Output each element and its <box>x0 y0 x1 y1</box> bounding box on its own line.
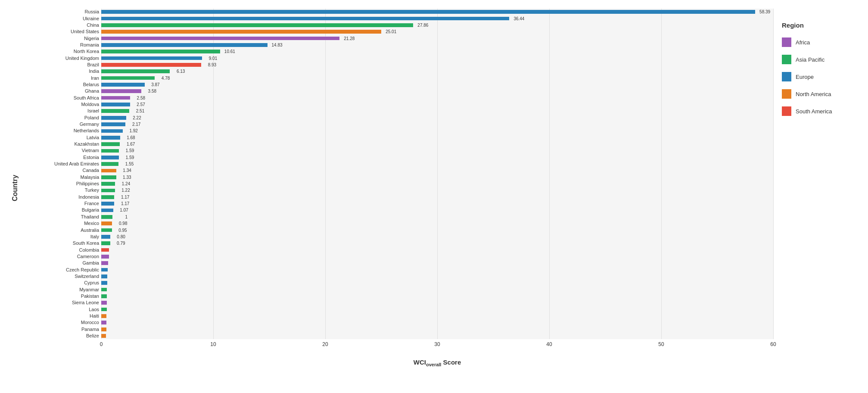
bar: 1.17 <box>101 195 114 199</box>
bar-value: 36.44 <box>513 16 524 21</box>
country-label: France <box>22 200 99 207</box>
country-label: Turkey <box>22 187 99 193</box>
bar <box>101 301 107 305</box>
bar-row: 0.95 <box>101 227 773 233</box>
country-label: Estonia <box>22 154 99 161</box>
bar-row: 1.59 <box>101 154 773 161</box>
x-tick-label: 20 <box>322 341 328 347</box>
bar-row: 0.98 <box>101 220 773 227</box>
bar-row: 2.51 <box>101 108 773 114</box>
bar-value: 0.80 <box>117 234 125 239</box>
bar: 2.22 <box>101 116 126 120</box>
bar-row: 8.93 <box>101 62 773 68</box>
country-label: Laos <box>22 306 99 312</box>
bar-value: 2.57 <box>137 102 145 107</box>
bar-value: 2.17 <box>132 122 140 127</box>
x-axis-labels: 0102030405060 <box>101 339 773 356</box>
bar-value: 9.01 <box>209 56 217 61</box>
bar-row: 2.22 <box>101 115 773 121</box>
bar-value: 14.83 <box>272 43 283 47</box>
country-label: Mexico <box>22 220 99 227</box>
bar-row <box>101 326 773 333</box>
bar-value: 1.34 <box>123 168 131 173</box>
bar-value: 1.68 <box>127 135 135 140</box>
bar-row <box>101 280 773 286</box>
bar-row: 3.87 <box>101 81 773 88</box>
country-label: Cyprus <box>22 280 99 286</box>
bar-row <box>101 246 773 253</box>
bar-row: 3.58 <box>101 88 773 94</box>
bar: 1.59 <box>101 156 119 159</box>
country-label: Romania <box>22 42 99 48</box>
legend-item: Asia Pacific <box>782 55 851 64</box>
bar-row: 6.13 <box>101 68 773 75</box>
bar-row <box>101 253 773 260</box>
bar-value: 3.58 <box>148 89 156 94</box>
country-label: Czech Republic <box>22 266 99 273</box>
country-label: Iran <box>22 75 99 81</box>
bar-row: 1.17 <box>101 200 773 207</box>
bar <box>101 288 107 292</box>
legend-item: South America <box>782 106 851 116</box>
country-label: Australia <box>22 227 99 233</box>
country-label: Bulgaria <box>22 207 99 213</box>
country-label: Pakistan <box>22 293 99 299</box>
bar <box>101 294 107 298</box>
bar: 0.95 <box>101 228 112 232</box>
x-tick-label: 60 <box>770 341 776 347</box>
bar: 0.98 <box>101 221 112 225</box>
bar: 0.79 <box>101 241 110 245</box>
bar-value: 0.98 <box>119 221 127 226</box>
bar: 1.33 <box>101 175 116 179</box>
bar-row: 10.61 <box>101 48 773 55</box>
bar-value: 1.22 <box>121 188 130 193</box>
country-label: United Kingdom <box>22 55 99 61</box>
bar-value: 21.28 <box>344 36 355 41</box>
bars-wrapper: 58.3936.4427.8625.0121.2814.8310.619.018… <box>101 9 773 339</box>
bar-row: 4.78 <box>101 75 773 81</box>
bar: 2.17 <box>101 122 125 126</box>
legend-color-box <box>782 89 791 99</box>
country-label: Vietnam <box>22 147 99 154</box>
bar-row <box>101 313 773 319</box>
x-tick-label: 0 <box>100 341 103 347</box>
bar: 58.39 <box>101 10 755 14</box>
bar-value: 8.93 <box>208 62 216 67</box>
legend-item: Europe <box>782 72 851 81</box>
bar-row: 1.34 <box>101 167 773 174</box>
bar: 1.59 <box>101 149 119 153</box>
country-label: Russia <box>22 9 99 15</box>
country-label: Myanmar <box>22 286 99 293</box>
bar-row: 1.07 <box>101 207 773 213</box>
bar: 25.01 <box>101 30 381 34</box>
grid-line <box>773 9 774 339</box>
country-label: Ghana <box>22 88 99 94</box>
legend-color-box <box>782 55 791 64</box>
bar: 2.51 <box>101 109 129 113</box>
bar <box>101 314 106 318</box>
bar: 1.24 <box>101 182 115 186</box>
x-tick-label: 30 <box>434 341 440 347</box>
bar-value: 1.33 <box>123 175 131 180</box>
bar <box>101 255 109 259</box>
bar: 2.58 <box>101 96 130 100</box>
bar-value: 27.86 <box>417 23 428 28</box>
legend-color-box <box>782 106 791 116</box>
bar: 21.28 <box>101 37 339 41</box>
legend-label: Asia Pacific <box>796 56 824 63</box>
bar-row: 1.92 <box>101 128 773 134</box>
bar-value: 1.59 <box>126 155 134 160</box>
chart-inner: RussiaUkraineChinaUnited StatesNigeriaRo… <box>22 9 773 339</box>
bar-value: 58.39 <box>759 9 770 14</box>
bar-value: 1.55 <box>125 162 134 166</box>
bar-value: 2.22 <box>133 115 141 120</box>
bar-value: 3.87 <box>151 82 159 87</box>
bar <box>101 268 108 272</box>
country-label: Ukraine <box>22 15 99 22</box>
country-label: Poland <box>22 115 99 121</box>
bar-row: 2.58 <box>101 94 773 101</box>
bar <box>101 308 107 312</box>
bar: 10.61 <box>101 50 220 53</box>
bar-row: 0.80 <box>101 234 773 240</box>
bar-value: 25.01 <box>386 29 396 34</box>
